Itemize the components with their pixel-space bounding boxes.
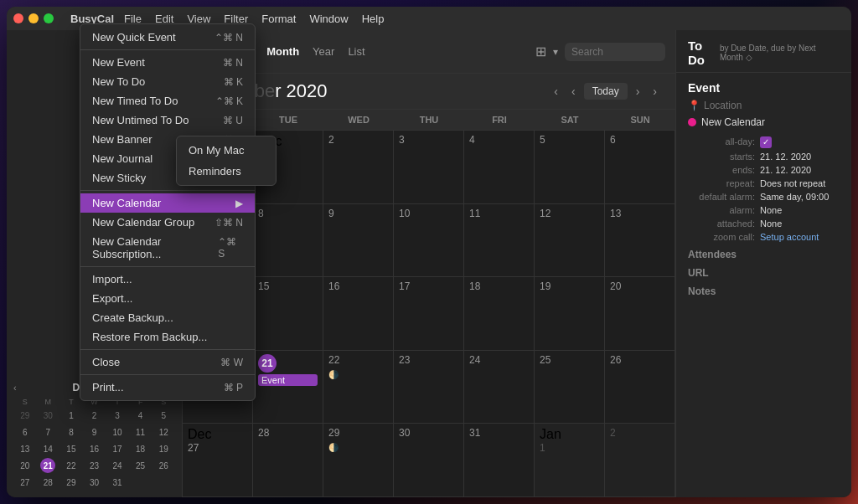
- mini-date-cell[interactable]: 16: [86, 441, 101, 456]
- calendar-cell[interactable]: 5: [535, 131, 605, 203]
- tab-list[interactable]: List: [348, 45, 364, 58]
- calendar-cell[interactable]: 13: [605, 204, 675, 277]
- mini-date-cell[interactable]: 23: [86, 458, 101, 473]
- menu-item-import[interactable]: Import...: [80, 270, 255, 289]
- menu-item-new-calendar-subscription[interactable]: New Calendar Subscription...⌃⌘ S: [80, 232, 255, 264]
- calendar-cell[interactable]: 9: [323, 204, 394, 277]
- calendar-cell[interactable]: 3: [394, 131, 464, 203]
- mini-date-cell[interactable]: 26: [156, 458, 171, 473]
- event-pill[interactable]: Event: [258, 374, 318, 386]
- minimize-button[interactable]: [28, 13, 39, 23]
- mini-date-cell[interactable]: 7: [40, 424, 55, 440]
- mini-date-cell[interactable]: 18: [133, 441, 148, 456]
- menu-item-new-quick-event[interactable]: New Quick Event⌃⌘ N: [80, 28, 255, 47]
- menu-item-create-backup[interactable]: Create Backup...: [80, 308, 255, 327]
- calendar-cell[interactable]: 24: [464, 351, 535, 424]
- calendar-cell[interactable]: 4: [464, 131, 535, 203]
- mini-date-cell[interactable]: 27: [18, 475, 33, 490]
- ends-value[interactable]: 21. 12. 2020: [760, 165, 811, 175]
- mini-date-cell[interactable]: 8: [64, 424, 79, 440]
- next-next-button[interactable]: ›: [648, 83, 662, 100]
- calendar-cell[interactable]: 18: [464, 277, 535, 350]
- calendar-cell[interactable]: Jan 1: [535, 424, 605, 496]
- calendar-cell[interactable]: 19: [535, 277, 605, 350]
- mini-date-cell[interactable]: 29: [18, 408, 33, 423]
- location-text[interactable]: Location: [704, 100, 742, 111]
- calendar-cell[interactable]: 31: [464, 424, 535, 496]
- menu-item-close[interactable]: Close⌘ W: [80, 352, 255, 372]
- calendar-cell[interactable]: 23: [394, 351, 464, 424]
- grid-icon[interactable]: ⊞: [535, 44, 546, 59]
- mini-date-cell[interactable]: 12: [156, 424, 171, 440]
- calendar-cell[interactable]: Dec 27: [183, 424, 253, 496]
- calendar-cell[interactable]: 15: [253, 277, 323, 350]
- calendar-cell[interactable]: 6: [605, 131, 675, 203]
- calendar-cell[interactable]: 12: [535, 204, 605, 277]
- close-button[interactable]: [13, 13, 23, 23]
- mini-date-cell[interactable]: 10: [110, 424, 125, 440]
- mini-date-cell[interactable]: 31: [110, 475, 125, 490]
- mini-date-cell[interactable]: 17: [110, 441, 125, 456]
- search-input[interactable]: [565, 43, 665, 61]
- menu-item-new-event[interactable]: New Event⌘ N: [80, 53, 255, 72]
- menu-item-restore-from-backup[interactable]: Restore From Backup...: [80, 327, 255, 347]
- calendar-cell[interactable]: 2: [323, 131, 394, 203]
- mini-date-cell[interactable]: 3: [110, 408, 125, 423]
- today-button[interactable]: Today: [584, 83, 628, 100]
- menu-item-export[interactable]: Export...: [80, 289, 255, 308]
- calendar-cell[interactable]: 10: [394, 204, 464, 277]
- alarm-value[interactable]: None: [760, 205, 782, 215]
- calendar-cell[interactable]: 16: [323, 277, 394, 350]
- menu-item-new-untimed-to-do[interactable]: New Untimed To Do⌘ U: [80, 111, 255, 130]
- menu-item-new-calendar[interactable]: New Calendar▶: [80, 193, 255, 213]
- mini-date-cell[interactable]: 11: [133, 424, 148, 440]
- mini-date-cell[interactable]: 6: [18, 424, 33, 440]
- mini-prev-button[interactable]: ‹: [13, 383, 17, 393]
- prev-prev-button[interactable]: ‹: [549, 83, 563, 100]
- mini-date-cell[interactable]: 2: [86, 408, 101, 423]
- mini-date-cell[interactable]: 21: [40, 458, 55, 473]
- calendar-cell[interactable]: 21Event: [253, 351, 323, 424]
- mini-date-cell[interactable]: 5: [156, 408, 171, 423]
- tab-month[interactable]: Month: [266, 45, 299, 58]
- mini-date-cell[interactable]: 13: [18, 441, 33, 456]
- calendar-cell[interactable]: 17: [394, 277, 464, 350]
- menu-window[interactable]: Window: [302, 11, 354, 27]
- prev-button[interactable]: ‹: [566, 83, 581, 100]
- menu-help[interactable]: Help: [355, 11, 391, 27]
- mini-date-cell[interactable]: 1: [64, 408, 79, 423]
- mini-date-cell[interactable]: 19: [156, 441, 171, 456]
- mini-date-cell[interactable]: 15: [64, 441, 79, 456]
- menu-item-new-calendar-group[interactable]: New Calendar Group⇧⌘ N: [80, 213, 255, 232]
- repeat-value[interactable]: Does not repeat: [760, 178, 825, 188]
- calendar-cell[interactable]: 2: [605, 424, 675, 496]
- dropdown-arrow[interactable]: ▾: [553, 46, 558, 58]
- maximize-button[interactable]: [44, 13, 54, 23]
- calendar-cell[interactable]: 29 🌗: [323, 424, 394, 496]
- todo-sort[interactable]: by Due Date, due by Next Month ◇: [720, 44, 840, 62]
- mini-date-cell[interactable]: 25: [133, 458, 148, 473]
- menu-format[interactable]: Format: [255, 11, 302, 27]
- calendar-cell[interactable]: 8: [253, 204, 323, 277]
- default-alarm-value[interactable]: Same day, 09:00: [760, 192, 829, 202]
- mini-date-cell[interactable]: 14: [40, 441, 55, 456]
- starts-value[interactable]: 21. 12. 2020: [760, 152, 811, 162]
- menu-item-new-timed-to-do[interactable]: New Timed To Do⌃⌘ K: [80, 91, 255, 111]
- mini-date-cell[interactable]: 28: [40, 475, 55, 490]
- calendar-cell[interactable]: 11: [464, 204, 535, 277]
- calendar-cell[interactable]: 20: [605, 277, 675, 350]
- calendar-cell[interactable]: 28: [253, 424, 323, 496]
- mini-date-cell[interactable]: 30: [86, 475, 101, 490]
- attached-value[interactable]: None: [760, 219, 782, 229]
- mini-date-cell[interactable]: 29: [64, 475, 79, 490]
- tab-year[interactable]: Year: [313, 45, 334, 58]
- calendar-cell[interactable]: 26: [605, 351, 675, 424]
- calendar-cell[interactable]: 22 🌗: [323, 351, 394, 424]
- submenu-item-reminders[interactable]: Reminders: [177, 161, 276, 182]
- submenu-item-on-my-mac[interactable]: On My Mac: [177, 140, 276, 161]
- mini-date-cell[interactable]: 4: [133, 408, 148, 423]
- menu-item-print[interactable]: Print...⌘ P: [80, 378, 255, 397]
- calendar-cell[interactable]: 30: [394, 424, 464, 496]
- mini-date-cell[interactable]: 30: [40, 408, 55, 423]
- mini-date-cell[interactable]: 9: [86, 424, 101, 440]
